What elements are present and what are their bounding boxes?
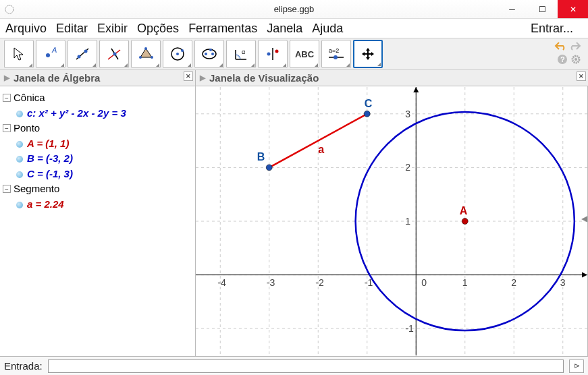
graphics-close-icon[interactable]: ✕ [577,71,586,81]
tree-item-point-b[interactable]: B = (-3, 2) [3,151,192,167]
svg-text:2: 2 [511,277,516,288]
collapse-icon[interactable]: ▶ [200,74,205,82]
svg-point-11 [151,56,153,59]
svg-point-22 [267,53,271,56]
window-controls: ─ ☐ ✕ [497,0,588,18]
svg-text:A: A [460,205,468,217]
svg-text:-3: -3 [267,277,275,288]
toggle-icon[interactable]: − [3,94,11,102]
svg-text:a: a [318,144,324,155]
algebra-header: ▶ Janela de Álgebra ✕ [0,70,195,86]
redo-icon[interactable] [569,41,581,53]
tool-angle[interactable]: α [226,40,256,68]
toggle-icon[interactable]: − [3,185,11,193]
toggle-icon[interactable]: − [3,124,11,132]
tree-cat-conic[interactable]: −Cônica [3,90,192,106]
svg-point-5 [84,50,88,53]
visibility-bullet-icon[interactable] [16,171,23,178]
menu-bar: Arquivo Editar Exibir Opções Ferramentas… [0,19,588,38]
svg-text:3: 3 [405,109,410,119]
menu-arquivo[interactable]: Arquivo [5,22,47,36]
svg-point-4 [78,55,81,59]
svg-text:A: A [51,46,57,54]
svg-text:a=2: a=2 [329,47,339,54]
menu-ajuda[interactable]: Ajuda [312,22,343,36]
svg-point-0 [5,5,14,13]
tree-item-point-a[interactable]: A = (1, 1) [3,136,192,152]
menu-ferramentas[interactable]: Ferramentas [188,22,257,36]
svg-point-23 [275,50,279,53]
tool-reflect[interactable] [258,40,288,68]
svg-point-17 [205,53,207,55]
svg-text:1: 1 [405,216,410,227]
visibility-bullet-icon[interactable] [16,111,23,117]
title-bar: elipse.ggb ─ ☐ ✕ [0,0,588,19]
algebra-close-icon[interactable]: ✕ [184,71,193,81]
svg-text:-4: -4 [217,277,226,288]
tool-move-view[interactable] [353,40,383,68]
minimize-button[interactable]: ─ [497,0,527,18]
algebra-tree: −Cônica c: x² + y² - 2x - 2y = 3 −Ponto … [0,86,195,216]
svg-text:-1: -1 [405,323,414,334]
svg-point-63 [266,165,272,171]
svg-point-14 [176,53,179,55]
tool-circle[interactable] [163,40,192,68]
maximize-button[interactable]: ☐ [527,0,558,18]
menu-opcoes[interactable]: Opções [137,22,179,36]
svg-text:C: C [365,98,373,109]
menu-exibir[interactable]: Exibir [97,22,128,36]
svg-text:2: 2 [405,162,410,173]
window-title: elipse.ggb [274,4,314,14]
close-button[interactable]: ✕ [558,0,588,18]
input-bar: Entrada: ⊳ [0,356,588,375]
submit-button[interactable]: ⊳ [569,359,584,373]
menu-entrar[interactable]: Entrar... [531,22,573,36]
menu-janela[interactable]: Janela [267,22,302,36]
toolbar: A α ABC a=2 [0,38,588,70]
settings-icon[interactable] [570,54,581,67]
svg-point-8 [113,53,117,56]
visibility-bullet-icon[interactable] [16,141,23,148]
tree-item-segment-a[interactable]: a = 2.24 [3,197,192,212]
svg-point-19 [209,49,212,51]
svg-point-26 [333,55,338,59]
graphics-panel: ▶ Janela de Visualização ✕ -4-3-2-10123-… [196,70,588,356]
svg-text:B: B [257,151,265,163]
tree-item-point-c[interactable]: C = (-1, 3) [3,167,192,182]
tree-item-conic-c[interactable]: c: x² + y² - 2x - 2y = 3 [3,106,192,121]
menu-editar[interactable]: Editar [56,22,88,36]
svg-text:-2: -2 [315,277,324,288]
visibility-bullet-icon[interactable] [16,156,23,163]
help-icon[interactable]: ? [557,54,568,67]
svg-point-30 [574,58,577,61]
collapse-icon[interactable]: ▶ [4,74,9,82]
tool-text[interactable]: ABC [290,40,319,68]
tool-perpendicular[interactable] [99,40,129,68]
tool-move[interactable] [4,40,34,68]
tree-cat-point[interactable]: −Ponto [3,121,192,136]
command-input[interactable] [48,359,564,373]
tool-line[interactable] [68,40,97,68]
svg-text:3: 3 [560,277,566,288]
svg-marker-9 [140,49,152,57]
svg-point-61 [462,219,468,225]
side-expand-icon[interactable]: ◀ [581,213,588,224]
input-label: Entrada: [4,360,43,372]
tool-slider[interactable]: a=2 [321,40,351,68]
undo-icon[interactable] [554,41,566,53]
svg-point-65 [364,111,370,117]
algebra-panel: ▶ Janela de Álgebra ✕ −Cônica c: x² + y²… [0,70,196,356]
svg-text:?: ? [560,55,565,63]
tool-ellipse[interactable] [194,40,224,68]
graphics-title: Janela de Visualização [209,72,319,84]
tool-polygon[interactable] [131,40,161,68]
main-area: ▶ Janela de Álgebra ✕ −Cônica c: x² + y²… [0,70,588,356]
svg-text:1: 1 [462,277,468,288]
graphics-canvas[interactable]: -4-3-2-10123-1123aABC [196,86,588,356]
coordinate-plot[interactable]: -4-3-2-10123-1123aABC [196,86,587,356]
tool-point[interactable]: A [36,40,65,68]
svg-point-1 [46,53,50,57]
visibility-bullet-icon[interactable] [16,202,23,208]
svg-point-15 [181,49,184,52]
tree-cat-segment[interactable]: −Segmento [3,181,192,197]
